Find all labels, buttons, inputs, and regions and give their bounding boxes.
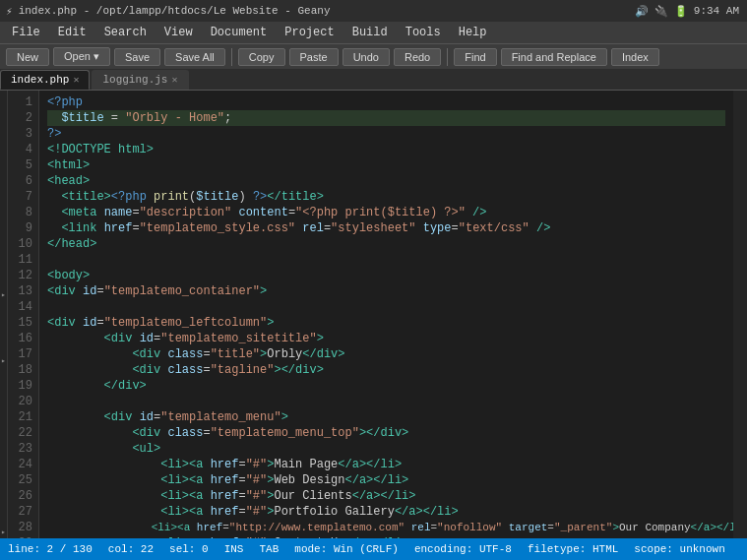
tab-label-index: index.php bbox=[11, 74, 69, 86]
code-line-9: <link href="templatemo_style.css" rel="s… bbox=[47, 220, 725, 236]
code-line-11 bbox=[47, 252, 725, 268]
scrollbar-area[interactable] bbox=[733, 91, 747, 538]
copy-button[interactable]: Copy bbox=[238, 48, 285, 66]
menu-document[interactable]: Document bbox=[203, 24, 276, 41]
status-col: col: 22 bbox=[108, 543, 154, 555]
code-line-4: <!DOCTYPE html> bbox=[47, 142, 725, 157]
gutter-fold: ▸ ▸ ▸ bbox=[0, 91, 8, 538]
menu-project[interactable]: Project bbox=[277, 24, 342, 41]
tab-close-index[interactable]: ✕ bbox=[73, 74, 79, 86]
tab-close-logging[interactable]: ✕ bbox=[171, 74, 177, 86]
paste-button[interactable]: Paste bbox=[289, 48, 339, 66]
menu-help[interactable]: Help bbox=[451, 24, 495, 41]
editor-wrapper: ⚡ index.php - /opt/lampp/htdocs/Le Websi… bbox=[0, 0, 747, 560]
menu-build[interactable]: Build bbox=[344, 24, 396, 41]
status-line: line: 2 / 130 bbox=[8, 543, 93, 555]
title-text: index.php - /opt/lampp/htdocs/Le Website… bbox=[19, 5, 331, 17]
open-button[interactable]: Open ▾ bbox=[53, 47, 110, 66]
separator-1 bbox=[231, 48, 232, 66]
code-line-27: <li><a href="#">Portfolio Gallery</a></l… bbox=[47, 504, 725, 520]
status-mode: mode: Win (CRLF) bbox=[294, 543, 399, 555]
system-tray: 🔊 🔌 🔋 9:34 AM bbox=[627, 0, 747, 22]
code-line-26: <li><a href="#">Our Clients</a></li> bbox=[47, 488, 725, 504]
code-line-22: <div class="templatemo_menu_top"></div> bbox=[47, 425, 725, 441]
redo-button[interactable]: Redo bbox=[394, 48, 441, 66]
tab-index-php[interactable]: index.php ✕ bbox=[0, 70, 90, 90]
code-line-6: <head> bbox=[47, 173, 725, 189]
menu-edit[interactable]: Edit bbox=[50, 24, 94, 41]
code-line-24: <li><a href="#">Main Page</a></li> bbox=[47, 457, 725, 472]
undo-button[interactable]: Undo bbox=[342, 48, 390, 66]
status-filetype: filetype: HTML bbox=[528, 543, 618, 555]
status-tab: TAB bbox=[259, 543, 279, 555]
title-icon: ⚡ bbox=[6, 5, 13, 18]
tabs-bar: index.php ✕ logging.js ✕ bbox=[0, 69, 747, 91]
code-line-15: <div id="templatemo_leftcolumn"> bbox=[47, 315, 725, 331]
code-line-20 bbox=[47, 394, 725, 409]
menu-tools[interactable]: Tools bbox=[398, 24, 449, 41]
code-line-16: <div id="templatemo_sitetitle"> bbox=[47, 331, 725, 346]
code-line-12: <body> bbox=[47, 268, 725, 283]
tab-logging-js[interactable]: logging.js ✕ bbox=[92, 70, 188, 90]
title-bar: ⚡ index.php - /opt/lampp/htdocs/Le Websi… bbox=[0, 0, 747, 22]
menu-view[interactable]: View bbox=[156, 24, 201, 41]
status-bar: line: 2 / 130 col: 22 sel: 0 INS TAB mod… bbox=[0, 538, 747, 560]
battery-icon: 🔋 bbox=[674, 5, 688, 18]
code-line-5: <html> bbox=[47, 157, 725, 173]
new-button[interactable]: New bbox=[6, 48, 49, 66]
menu-search[interactable]: Search bbox=[96, 24, 155, 41]
menu-bar: File Edit Search View Document Project B… bbox=[0, 22, 747, 43]
code-line-18: <div class="tagline"></div> bbox=[47, 362, 725, 378]
code-line-14 bbox=[47, 299, 725, 315]
network-icon: 🔌 bbox=[654, 5, 668, 18]
line-numbers: 1 2 3 4 5 6 7 8 9 10 11 12 13 14 15 16 1… bbox=[8, 91, 39, 538]
tab-label-logging: logging.js bbox=[102, 74, 167, 86]
code-line-28: <li><a href="http://www.templatemo.com" … bbox=[47, 520, 725, 535]
status-encoding: encoding: UTF-8 bbox=[414, 543, 512, 555]
code-line-10: </head> bbox=[47, 236, 725, 252]
save-button[interactable]: Save bbox=[114, 48, 160, 66]
toolbar: New Open ▾ Save Save All Copy Paste Undo… bbox=[0, 43, 747, 69]
find-replace-button[interactable]: Find and Replace bbox=[501, 48, 607, 66]
code-line-21: <div id="templatemo_menu"> bbox=[47, 409, 725, 425]
status-sel: sel: 0 bbox=[169, 543, 209, 555]
code-line-1: <?php bbox=[47, 94, 725, 110]
code-line-7: <title><?php print($title) ?></title> bbox=[47, 189, 725, 205]
code-line-13: <div id="templatemo_container"> bbox=[47, 283, 725, 299]
code-line-23: <ul> bbox=[47, 441, 725, 457]
find-button[interactable]: Find bbox=[454, 48, 496, 66]
code-area[interactable]: <?php $title = "Orbly - Home"; ?> <!DOCT… bbox=[39, 91, 733, 538]
code-line-2: $title = "Orbly - Home"; bbox=[47, 110, 725, 126]
volume-icon: 🔊 bbox=[635, 5, 649, 18]
code-line-3: ?> bbox=[47, 126, 725, 142]
clock: 9:34 AM bbox=[694, 5, 739, 17]
code-line-19: </div> bbox=[47, 378, 725, 394]
menu-file[interactable]: File bbox=[4, 24, 48, 41]
status-ins: INS bbox=[224, 543, 244, 555]
code-line-8: <meta name="description" content="<?php … bbox=[47, 205, 725, 220]
status-scope: scope: unknown bbox=[634, 543, 724, 555]
index-button[interactable]: Index bbox=[611, 48, 659, 66]
separator-2 bbox=[447, 48, 448, 66]
code-line-17: <div class="title">Orbly</div> bbox=[47, 346, 725, 362]
save-all-button[interactable]: Save All bbox=[164, 48, 225, 66]
editor-container: ▸ ▸ ▸ 1 2 3 4 5 6 bbox=[0, 91, 747, 538]
code-line-25: <li><a href="#">Web Design</a></li> bbox=[47, 472, 725, 488]
